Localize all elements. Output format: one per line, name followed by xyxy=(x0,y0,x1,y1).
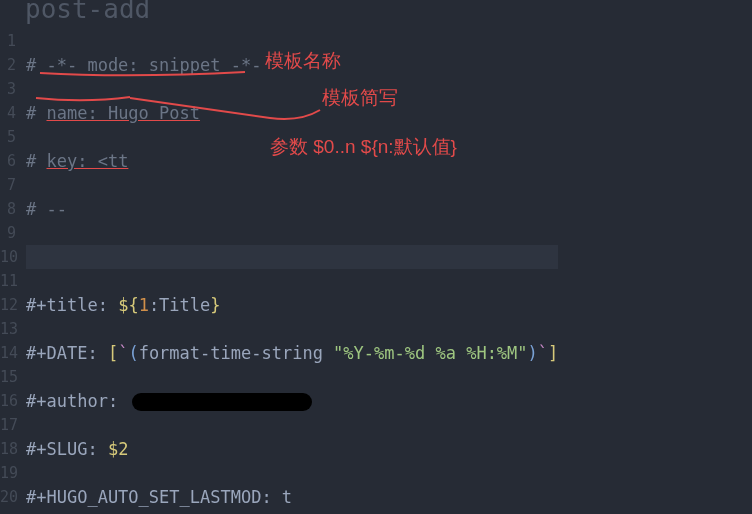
line-number: 10 xyxy=(0,245,22,269)
line-number: 5 xyxy=(0,125,22,149)
line-number: 11 xyxy=(0,269,22,293)
code-line[interactable]: # -- xyxy=(26,197,558,221)
redacted-author xyxy=(132,393,312,411)
line-number: 19 xyxy=(0,461,22,485)
code-line[interactable]: # name: Hugo Post xyxy=(26,101,558,125)
code-line[interactable]: #+HUGO_AUTO_SET_LASTMOD: t xyxy=(26,485,558,509)
code-line[interactable]: #+DATE: [`(format-time-string "%Y-%m-%d … xyxy=(26,341,558,365)
snippet-key-field: key: <tt xyxy=(46,151,128,171)
line-number: 7 xyxy=(0,173,22,197)
line-number: 14 xyxy=(0,341,22,365)
line-number: 13 xyxy=(0,317,22,341)
line-number: 16 xyxy=(0,389,22,413)
code-line[interactable]: #+author: xyxy=(26,389,558,413)
line-number: 4 xyxy=(0,101,22,125)
snippet-modeline: # -*- mode: snippet -*- xyxy=(26,55,261,75)
code-line-current[interactable] xyxy=(26,245,558,269)
line-number: 1 xyxy=(0,29,22,53)
snippet-separator: # -- xyxy=(26,199,67,219)
line-number: 6 xyxy=(0,149,22,173)
line-number: 2 xyxy=(0,53,22,77)
line-number: 20 xyxy=(0,485,22,509)
snippet-name-field: name: Hugo Post xyxy=(46,103,200,123)
tab-title: post-add xyxy=(25,0,150,21)
line-number: 3 xyxy=(0,77,22,101)
code-line[interactable]: # key: <tt xyxy=(26,149,558,173)
line-number: 15 xyxy=(0,365,22,389)
line-number-gutter: 1 2 3 4 5 6 7 8 9 10 11 12 13 14 15 16 1… xyxy=(0,29,22,509)
line-number: 8 xyxy=(0,197,22,221)
code-line[interactable]: #+SLUG: $2 xyxy=(26,437,558,461)
line-number: 17 xyxy=(0,413,22,437)
line-number: 9 xyxy=(0,221,22,245)
code-line[interactable]: # -*- mode: snippet -*- xyxy=(26,53,558,77)
line-number: 12 xyxy=(0,293,22,317)
code-editor[interactable]: # -*- mode: snippet -*- # name: Hugo Pos… xyxy=(26,29,558,514)
code-line[interactable]: #+title: ${1:Title} xyxy=(26,293,558,317)
line-number: 18 xyxy=(0,437,22,461)
